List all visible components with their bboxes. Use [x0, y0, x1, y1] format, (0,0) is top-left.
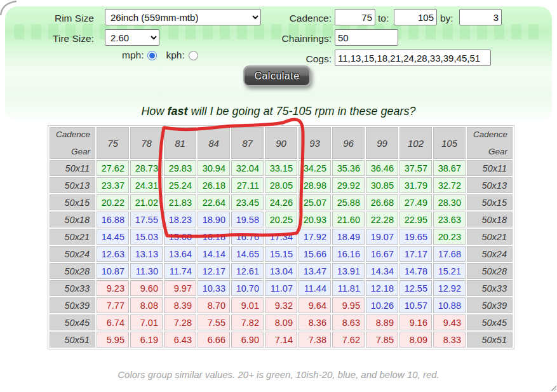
speed-value-cell: 29.92	[332, 177, 365, 193]
cadence-column-header: 81	[164, 127, 196, 159]
speed-value-cell: 7.14	[265, 332, 297, 348]
gear-row-label: 50x39	[467, 297, 513, 313]
cadence-by-input[interactable]	[459, 9, 502, 25]
speed-value-cell: 8.70	[198, 297, 230, 313]
speed-value-cell: 26.18	[198, 177, 230, 193]
speed-value-cell: 9.32	[265, 297, 297, 313]
speed-value-cell: 20.23	[433, 229, 466, 245]
cadence-column-header: 84	[198, 127, 230, 159]
kph-radio[interactable]	[189, 51, 198, 60]
speed-value-cell: 27.62	[97, 160, 129, 176]
gear-row-label: 50x39	[50, 297, 95, 313]
mph-radio[interactable]	[147, 51, 157, 60]
speed-value-cell: 6.43	[164, 332, 196, 348]
cadence-column-header: 96	[332, 127, 365, 159]
speed-value-cell: 6.66	[198, 332, 230, 348]
speed-value-cell: 9.23	[97, 280, 129, 296]
cadence-column-header: 93	[299, 127, 331, 159]
cadence-column-header: 78	[130, 127, 163, 159]
table-row: 50x2412.6313.1313.6414.1414.6515.1515.66…	[50, 246, 513, 262]
speed-value-cell: 23.63	[433, 212, 466, 227]
speed-value-cell: 14.45	[97, 229, 129, 245]
cadence-to-input[interactable]	[394, 9, 437, 25]
table-row: 50x339.239.609.9710.3310.7011.0711.4411.…	[50, 280, 513, 296]
speed-value-cell: 16.88	[97, 212, 129, 227]
speed-value-cell: 8.08	[130, 297, 163, 313]
speed-value-cell: 10.88	[433, 297, 466, 313]
table-row: 50x1323.3724.3125.2426.1827.1128.0528.98…	[50, 177, 513, 193]
speed-value-cell: 18.90	[198, 212, 230, 227]
speed-value-cell: 33.15	[265, 160, 297, 176]
resize-handle[interactable]	[551, 385, 556, 391]
speed-value-cell: 10.87	[97, 263, 129, 279]
speed-value-cell: 18.23	[164, 212, 196, 227]
rim-size-label: Rim Size	[18, 10, 94, 27]
speed-value-cell: 23.45	[231, 194, 264, 210]
speed-value-cell: 9.01	[231, 297, 264, 313]
speed-value-cell: 13.13	[130, 246, 163, 262]
speed-value-cell: 13.04	[265, 263, 297, 279]
speed-value-cell: 30.94	[198, 160, 230, 176]
speed-value-cell: 7.55	[198, 314, 230, 330]
gear-row-label: 50x28	[50, 263, 95, 279]
speed-value-cell: 22.28	[366, 212, 398, 227]
speed-value-cell: 34.25	[299, 160, 331, 176]
speed-value-cell: 24.26	[265, 194, 297, 210]
gear-row-label: 50x18	[467, 212, 513, 227]
gear-row-label: 50x51	[50, 332, 95, 348]
gear-row-label: 50x28	[467, 263, 513, 279]
table-row: 50x397.778.088.398.709.019.329.649.9510.…	[50, 297, 513, 313]
speed-value-cell: 10.70	[231, 280, 264, 296]
speed-value-cell: 20.93	[299, 212, 331, 227]
rim-size-select[interactable]: 26inch (559mm-mtb)	[105, 9, 261, 25]
speed-value-cell: 21.60	[332, 212, 365, 227]
speed-value-cell: 6.74	[97, 314, 129, 330]
calculate-button[interactable]: Calculate	[243, 65, 311, 86]
speed-value-cell: 31.79	[399, 177, 432, 193]
speed-value-cell: 38.67	[433, 160, 466, 176]
speed-value-cell: 28.98	[299, 177, 331, 193]
speed-value-cell: 19.07	[366, 229, 398, 245]
table-row: 50x1816.8817.5518.2318.9019.5820.2520.93…	[50, 212, 513, 227]
tire-size-select[interactable]: 2.60	[105, 29, 159, 46]
speed-value-cell: 11.81	[332, 280, 365, 296]
speed-value-cell: 16.18	[198, 229, 230, 245]
speed-value-cell: 12.55	[399, 280, 432, 296]
cadence-column-header: 99	[366, 127, 398, 159]
speed-value-cell: 9.60	[130, 280, 163, 296]
speed-value-cell: 13.47	[299, 263, 331, 279]
speed-value-cell: 35.36	[332, 160, 365, 176]
tire-size-label: Tire Size:	[18, 30, 94, 47]
page-title: How fast will I be going at 75-105 rpm i…	[0, 105, 557, 118]
cogs-input[interactable]	[335, 50, 491, 66]
speed-value-cell: 7.01	[130, 314, 163, 330]
speed-value-cell: 14.65	[231, 246, 264, 262]
speed-value-cell: 25.88	[332, 194, 365, 210]
speed-value-cell: 10.33	[198, 280, 230, 296]
chainrings-input[interactable]	[335, 29, 398, 46]
heading-suffix: will I be going at 75-105 rpm in these g…	[187, 105, 415, 118]
mph-label: mph:	[122, 50, 144, 61]
speed-value-cell: 19.58	[231, 212, 264, 227]
speed-value-cell: 5.95	[97, 332, 129, 348]
cadence-from-input[interactable]	[335, 9, 375, 25]
speed-value-cell: 16.16	[332, 246, 365, 262]
gear-row-label: 50x45	[467, 314, 513, 330]
speed-value-cell: 12.61	[231, 263, 264, 279]
speed-value-cell: 12.63	[97, 246, 129, 262]
speed-value-cell: 16.67	[366, 246, 398, 262]
speed-value-cell: 21.83	[164, 194, 196, 210]
heading-prefix: How	[141, 105, 167, 118]
corner-header-right: Cadence Gear	[467, 127, 513, 159]
speed-value-cell: 20.22	[97, 194, 129, 210]
speed-value-cell: 15.03	[130, 229, 163, 245]
speed-value-cell: 28.73	[130, 160, 163, 176]
speed-value-cell: 17.68	[433, 246, 466, 262]
speed-value-cell: 8.89	[366, 314, 398, 330]
speed-value-cell: 24.31	[130, 177, 163, 193]
speed-value-cell: 27.49	[399, 194, 432, 210]
speed-value-cell: 13.91	[332, 263, 365, 279]
corner-header-left: Cadence Gear	[50, 127, 95, 159]
speed-value-cell: 25.07	[299, 194, 331, 210]
corner-gear-label: Gear	[488, 147, 507, 156]
